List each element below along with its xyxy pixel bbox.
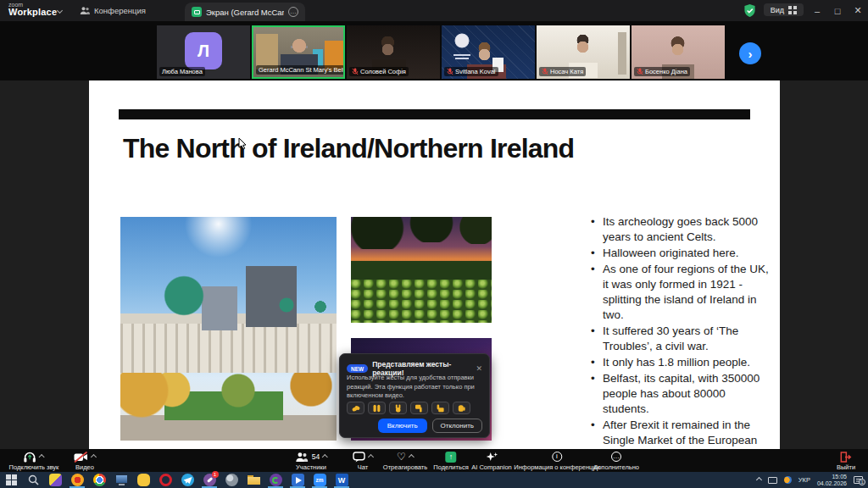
muted-mic-icon bbox=[542, 68, 548, 75]
avatar: Л bbox=[185, 32, 222, 69]
people-icon bbox=[80, 6, 90, 15]
start-button[interactable] bbox=[0, 472, 22, 488]
zoom-app-icon: zm bbox=[314, 474, 326, 486]
app-icon bbox=[71, 474, 84, 486]
grid-view-icon bbox=[788, 6, 797, 14]
view-button[interactable]: Вид bbox=[764, 3, 804, 16]
enable-gestures-button[interactable]: Включить bbox=[378, 419, 427, 433]
participant-tile-nosach[interactable]: Носач Катя bbox=[537, 25, 630, 79]
belfast-city-hall-photo bbox=[120, 217, 337, 441]
react-chevron[interactable] bbox=[409, 453, 415, 459]
participant-name: Svitlana Koval bbox=[455, 68, 496, 75]
tab-screen-label: Экран (Gerard McCann St Mary's bbox=[206, 8, 284, 17]
taskbar-app-word[interactable]: W bbox=[331, 472, 353, 488]
close-button[interactable]: ✕ bbox=[848, 0, 868, 21]
windows-logo-icon bbox=[6, 474, 17, 485]
taskbar-app-zoom[interactable]: zm bbox=[309, 472, 331, 488]
taskbar-app-this-pc[interactable] bbox=[110, 472, 132, 488]
popup-body-text: Используйте жесты для удобства отправки … bbox=[347, 374, 484, 401]
gesture-reactions-popup: NEW Представляем жесты-реакции! ✕ Исполь… bbox=[339, 353, 490, 438]
participants-button[interactable]: 54 Участники bbox=[295, 451, 327, 471]
info-icon: i bbox=[552, 452, 562, 462]
taskbar-search-button[interactable] bbox=[22, 472, 44, 488]
bullet-item: Belfast, its capital, with 350000 people… bbox=[591, 371, 773, 417]
taskbar-app-yellow-purple[interactable] bbox=[44, 472, 66, 488]
slide-accent-bar bbox=[119, 109, 750, 119]
display-tray-icon[interactable] bbox=[768, 477, 777, 484]
clock-date: 04.02.2026 bbox=[817, 480, 847, 487]
tab-meeting[interactable]: Конференция bbox=[73, 0, 153, 21]
app-icon bbox=[270, 474, 282, 486]
decline-gestures-button[interactable]: Отклонить bbox=[432, 419, 482, 433]
app-titlebar: zoom Workplace Конференция Экран (Gerard… bbox=[0, 0, 868, 21]
windows-taskbar: 1 zm W УКР 15:05 04.02.2026 1 bbox=[0, 472, 868, 488]
join-audio-label: Подключить звук bbox=[9, 463, 59, 471]
popup-close-icon[interactable]: ✕ bbox=[476, 364, 482, 373]
meeting-toolbar: Подключить звук Видео 54 Участники Чат ♡… bbox=[0, 449, 868, 472]
ai-companion-button[interactable]: AI Companion bbox=[471, 451, 512, 471]
clap-gesture-icon bbox=[347, 402, 364, 414]
chat-button[interactable]: Чат bbox=[353, 451, 373, 471]
apples-texture bbox=[351, 280, 492, 323]
participant-tile-bosenko[interactable]: Босенко Діана bbox=[632, 25, 725, 79]
maximize-button[interactable]: □ bbox=[827, 0, 848, 21]
app-icon bbox=[292, 474, 304, 486]
participants-chevron[interactable] bbox=[322, 453, 328, 459]
chat-label: Чат bbox=[358, 463, 368, 471]
system-tray: УКР 15:05 04.02.2026 1 bbox=[757, 472, 868, 488]
leave-meeting-button[interactable]: Выйти bbox=[837, 451, 855, 471]
taskbar-app-purple-g[interactable] bbox=[264, 472, 287, 488]
share-label: Поделиться bbox=[433, 463, 468, 471]
taskbar-file-explorer[interactable] bbox=[242, 472, 264, 488]
participant-name: Gerard McCann St Mary's Belfast Pa bbox=[259, 66, 344, 74]
taskbar-app-orange[interactable] bbox=[66, 472, 88, 488]
taskbar-app-opera[interactable] bbox=[154, 472, 176, 488]
participant-tile-solovei[interactable]: Соловей Софія bbox=[347, 25, 440, 79]
taskbar-app-puzzle[interactable] bbox=[132, 472, 154, 488]
bullet-item: It suffered 30 years of ‘The Troubles’, … bbox=[591, 324, 773, 354]
raised-hand-gesture-icon bbox=[453, 402, 470, 414]
folder-icon bbox=[248, 474, 260, 486]
tray-app-icon[interactable] bbox=[784, 476, 792, 484]
react-button[interactable]: ♡ Отреагировать bbox=[383, 451, 427, 471]
muted-mic-icon bbox=[447, 68, 453, 75]
leave-icon bbox=[840, 452, 852, 463]
join-audio-button[interactable]: Подключить звук bbox=[9, 451, 59, 471]
next-participants-button[interactable]: › bbox=[739, 42, 761, 64]
participant-tile-gerard[interactable]: Gerard McCann St Mary's Belfast Pa bbox=[252, 25, 345, 79]
taskbar-app-chrome[interactable] bbox=[88, 472, 110, 488]
zoom-workplace-logo: zoom Workplace bbox=[8, 2, 57, 17]
audio-options-chevron[interactable] bbox=[39, 453, 45, 459]
taskbar-app-steam[interactable] bbox=[220, 472, 242, 488]
mouse-cursor bbox=[238, 137, 248, 150]
language-indicator[interactable]: УКР bbox=[798, 476, 810, 484]
bullet-item: It only has 1.8 million people. bbox=[591, 355, 773, 370]
taskbar-app-telegram[interactable] bbox=[176, 472, 198, 488]
video-button[interactable]: Видео bbox=[74, 451, 96, 471]
apple-orchard-photo bbox=[351, 217, 492, 323]
taskbar-clock[interactable]: 15:05 04.02.2026 bbox=[817, 474, 847, 487]
tab-more-icon[interactable]: … bbox=[288, 7, 298, 17]
search-icon bbox=[28, 474, 39, 485]
participant-name: Босенко Діана bbox=[645, 68, 687, 75]
participants-label: Участники bbox=[296, 463, 326, 471]
participant-tile-lyuba[interactable]: Л Люба Манова bbox=[157, 25, 250, 79]
participant-name: Соловей Софія bbox=[360, 68, 406, 75]
chat-chevron[interactable] bbox=[368, 453, 374, 459]
tab-screen-share[interactable]: Экран (Gerard McCann St Mary's … bbox=[185, 3, 305, 21]
video-options-chevron[interactable] bbox=[91, 453, 97, 459]
tab-meeting-label: Конференция bbox=[94, 6, 146, 15]
chevron-down-icon[interactable] bbox=[57, 8, 63, 14]
notification-center-icon[interactable]: 1 bbox=[854, 476, 863, 484]
react-label: Отреагировать bbox=[383, 463, 427, 471]
heart-icon: ♡ bbox=[397, 452, 406, 462]
opera-icon bbox=[159, 474, 172, 486]
minimize-button[interactable]: – bbox=[807, 0, 827, 21]
more-button[interactable]: … Дополнительно bbox=[593, 451, 639, 471]
tray-expand-chevron[interactable] bbox=[756, 477, 762, 483]
meeting-info-button[interactable]: i Информация о конференции bbox=[514, 451, 599, 471]
taskbar-app-media[interactable] bbox=[287, 472, 309, 488]
taskbar-app-viber[interactable]: 1 bbox=[198, 472, 220, 488]
share-screen-button[interactable]: ↑ Поделиться bbox=[433, 451, 468, 471]
participant-tile-svitlana[interactable]: Svitlana Koval bbox=[442, 25, 535, 79]
